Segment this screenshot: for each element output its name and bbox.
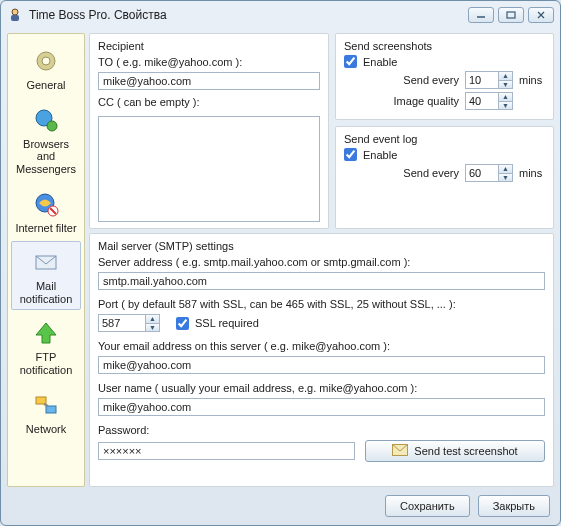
- sidebar-item-ftp[interactable]: FTP notification: [11, 312, 81, 381]
- arrow-up-icon: [30, 317, 62, 349]
- sidebar-item-mail[interactable]: Mail notification: [11, 241, 81, 310]
- recipient-panel: Recipient TO ( e.g. mike@yahoo.com ): CC…: [89, 33, 329, 229]
- sidebar-item-label: FTP notification: [14, 351, 78, 376]
- sidebar-item-network[interactable]: Network: [11, 384, 81, 441]
- spin-buttons[interactable]: ▲▼: [499, 71, 513, 89]
- eventlog-enable-label: Enable: [363, 149, 397, 161]
- cc-label: CC ( can be empty ):: [98, 96, 320, 108]
- sidebar-item-general[interactable]: General: [11, 40, 81, 97]
- mins-label: mins: [519, 167, 545, 179]
- sidebar-item-browsers[interactable]: Browsers and Messengers: [11, 99, 81, 181]
- save-button[interactable]: Сохранить: [385, 495, 470, 517]
- app-icon: [7, 7, 23, 23]
- screenshots-enable-label: Enable: [363, 56, 397, 68]
- svg-marker-14: [36, 323, 56, 343]
- port-input[interactable]: [98, 314, 146, 332]
- envelope-icon: [392, 444, 408, 458]
- screenshots-interval-input[interactable]: [465, 71, 499, 89]
- sidebar-item-label: Mail notification: [14, 280, 78, 305]
- svg-point-7: [42, 57, 50, 65]
- envelope-icon: [30, 246, 62, 278]
- eventlog-interval-input[interactable]: [465, 164, 499, 182]
- close-footer-button[interactable]: Закрыть: [478, 495, 550, 517]
- network-icon: [30, 389, 62, 421]
- cc-input[interactable]: [98, 116, 320, 222]
- window-title: Time Boss Pro. Свойства: [29, 8, 468, 22]
- eventlog-heading: Send event log: [344, 133, 545, 145]
- password-label: Password:: [98, 424, 545, 436]
- svg-point-0: [12, 9, 18, 15]
- recipient-heading: Recipient: [98, 40, 320, 52]
- minimize-button[interactable]: [468, 7, 494, 23]
- password-input[interactable]: [98, 442, 355, 460]
- ie-block-icon: [30, 188, 62, 220]
- eventlog-panel: Send event log Enable Send every ▲▼ mins: [335, 126, 554, 229]
- screenshots-quality-label: Image quality: [394, 95, 459, 107]
- svg-rect-16: [46, 406, 56, 413]
- sidebar: General Browsers and Messengers Internet…: [7, 33, 85, 487]
- mins-label: mins: [519, 74, 545, 86]
- sidebar-item-label: Browsers and Messengers: [14, 138, 78, 176]
- smtp-panel: Mail server (SMTP) settings Server addre…: [89, 233, 554, 487]
- port-label: Port ( by default 587 with SSL, can be 4…: [98, 298, 545, 310]
- svg-rect-1: [11, 15, 19, 21]
- server-input[interactable]: [98, 272, 545, 290]
- user-label: User name ( usually your email address, …: [98, 382, 545, 394]
- svg-point-9: [47, 121, 57, 131]
- smtp-heading: Mail server (SMTP) settings: [98, 240, 545, 252]
- eventlog-enable-checkbox[interactable]: [344, 148, 357, 161]
- screenshots-panel: Send screenshots Enable Send every ▲▼ mi…: [335, 33, 554, 120]
- ssl-checkbox[interactable]: [176, 317, 189, 330]
- gear-icon: [30, 45, 62, 77]
- your-email-input[interactable]: [98, 356, 545, 374]
- sidebar-item-label: General: [26, 79, 65, 92]
- spin-buttons[interactable]: ▲▼: [499, 164, 513, 182]
- screenshots-send-every-label: Send every: [403, 74, 459, 86]
- maximize-button[interactable]: [498, 7, 524, 23]
- screenshots-heading: Send screenshots: [344, 40, 545, 52]
- screenshots-enable-checkbox[interactable]: [344, 55, 357, 68]
- spin-buttons[interactable]: ▲▼: [499, 92, 513, 110]
- to-input[interactable]: [98, 72, 320, 90]
- close-button[interactable]: [528, 7, 554, 23]
- svg-rect-3: [507, 12, 515, 18]
- send-test-button[interactable]: Send test screenshot: [365, 440, 545, 462]
- server-label: Server address ( e.g. smtp.mail.yahoo.co…: [98, 256, 545, 268]
- to-label: TO ( e.g. mike@yahoo.com ):: [98, 56, 320, 68]
- send-test-label: Send test screenshot: [414, 445, 517, 457]
- user-input[interactable]: [98, 398, 545, 416]
- spin-buttons[interactable]: ▲▼: [146, 314, 160, 332]
- svg-line-17: [44, 404, 48, 406]
- svg-rect-15: [36, 397, 46, 404]
- your-email-label: Your email address on this server ( e.g.…: [98, 340, 545, 352]
- titlebar[interactable]: Time Boss Pro. Свойства: [1, 1, 560, 29]
- footer-buttons: Сохранить Закрыть: [1, 487, 560, 525]
- screenshots-quality-input[interactable]: [465, 92, 499, 110]
- ssl-label: SSL required: [195, 317, 259, 329]
- sidebar-item-internet-filter[interactable]: Internet filter: [11, 183, 81, 240]
- app-window: Time Boss Pro. Свойства General Browsers…: [0, 0, 561, 526]
- globe-people-icon: [30, 104, 62, 136]
- sidebar-item-label: Network: [26, 423, 66, 436]
- eventlog-send-every-label: Send every: [403, 167, 459, 179]
- sidebar-item-label: Internet filter: [15, 222, 76, 235]
